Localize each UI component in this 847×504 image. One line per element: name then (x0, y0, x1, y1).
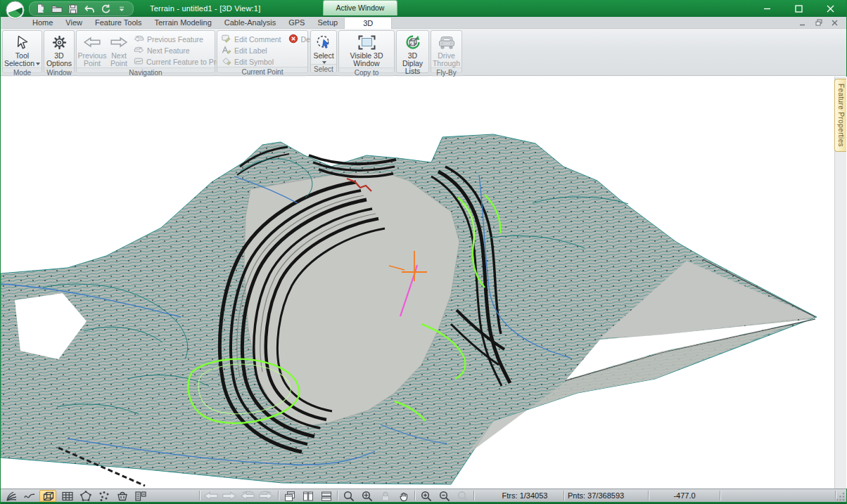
cascade-windows-button[interactable] (281, 490, 298, 502)
quick-access-toolbar (29, 1, 134, 16)
group-current-point: Edit Comment Delete Edit Label Edit Sy (217, 30, 308, 73)
point-cloud-button[interactable] (96, 490, 113, 502)
customize-caret-icon[interactable] (116, 4, 127, 15)
big-arrow-right-icon (110, 33, 128, 51)
feature-properties-tab[interactable]: Feature Properties (834, 79, 846, 152)
terrain-3d-render (1, 77, 847, 489)
next-point-nav-button[interactable] (221, 490, 238, 502)
tab-gps[interactable]: GPS (282, 17, 311, 29)
lock-icon[interactable] (377, 490, 394, 502)
previous-point-button[interactable]: Previous Point (79, 32, 106, 67)
statusbar-separator (473, 491, 475, 500)
display-panels-button[interactable] (132, 490, 149, 502)
group-label-window: Window (44, 67, 74, 77)
gear-icon (51, 33, 68, 51)
window-title: Terrain - untitled1 - [3D View:1] (150, 0, 260, 17)
profile-icon (134, 57, 144, 67)
app-logo-icon[interactable] (6, 1, 25, 20)
group-navigation: Previous Point Next Point Previous Featu… (76, 30, 215, 73)
tile-vertical-button[interactable] (300, 490, 317, 502)
tab-home[interactable]: Home (26, 17, 59, 29)
polygon-select-button[interactable] (77, 490, 94, 502)
ribbon: Tool Selection Mode 3D Options Window Pr… (1, 29, 846, 76)
child-minimize-button[interactable] (796, 18, 808, 27)
profile-wave-button[interactable] (21, 490, 38, 502)
tab-terrain-modeling[interactable]: Terrain Modeling (148, 17, 217, 29)
statusbar-separator (414, 491, 416, 500)
drive-through-button[interactable]: Drive Through (431, 32, 461, 67)
next-feature-nav-button[interactable] (257, 490, 274, 502)
select-button[interactable]: Select (311, 32, 336, 64)
delete-icon (288, 34, 298, 45)
previous-feature-button[interactable]: Previous Feature (134, 34, 229, 44)
elevation-readout: -477.0 (649, 489, 720, 502)
edit-comment-button[interactable]: Edit Comment (221, 34, 281, 44)
zoom-in-button[interactable] (418, 490, 435, 502)
next-feature-icon (134, 46, 144, 56)
3d-viewport[interactable] (1, 77, 847, 489)
capture-window-icon (357, 33, 376, 51)
3d-options-button[interactable]: 3D Options (44, 32, 74, 67)
app-window: Terrain - untitled1 - [3D View:1] Active… (0, 0, 847, 504)
status-bar: Ftrs: 1/34053 Pnts: 37/368593 -477.0 (1, 489, 846, 502)
basket-button[interactable] (114, 490, 131, 502)
tool-selection-button[interactable]: Tool Selection (4, 32, 41, 67)
tile-horizontal-button[interactable] (318, 490, 335, 502)
statusbar-separator (720, 491, 721, 500)
new-file-icon[interactable] (35, 4, 46, 15)
display-lists-refresh-icon (405, 33, 421, 51)
group-label-current-point: Current Point (217, 67, 307, 77)
close-button[interactable] (815, 0, 846, 17)
group-select: Select Select (310, 30, 337, 73)
visible-3d-window-button[interactable]: Visible 3D Window (342, 32, 391, 67)
previous-feature-nav-button[interactable] (239, 490, 256, 502)
statusbar-separator (563, 491, 565, 500)
cursor-arrow-icon (15, 33, 30, 51)
drive-through-label: Drive Through (431, 52, 461, 67)
zoom-extents-button[interactable] (359, 490, 376, 502)
edit-symbol-button[interactable]: Edit Symbol (221, 57, 322, 67)
next-point-label: Next Point (107, 52, 131, 67)
group-fly-by: Drive Through Fly-By (431, 30, 462, 73)
edit-symbol-icon (221, 56, 231, 67)
minimize-button[interactable] (751, 0, 783, 17)
pan-hand-button[interactable] (395, 490, 412, 502)
group-mode: Tool Selection Mode (2, 30, 42, 73)
next-feature-button[interactable]: Next Feature (134, 46, 229, 56)
statusbar-separator (337, 491, 338, 500)
zoom-out-button[interactable] (436, 490, 453, 502)
zoom-previous-button[interactable] (454, 490, 471, 502)
child-restore-button[interactable] (813, 18, 824, 27)
tab-3d[interactable]: 3D (344, 17, 392, 29)
tab-cable-analysis[interactable]: Cable-Analysis (218, 17, 282, 29)
feature-properties-tab-label: Feature Properties (837, 84, 845, 147)
maximize-button[interactable] (783, 0, 815, 17)
next-point-button[interactable]: Next Point (107, 32, 131, 67)
group-label-fly-by: Fly-By (431, 67, 461, 77)
3d-options-label: 3D Options (44, 52, 74, 67)
current-feature-to-profile-button[interactable]: Current Feature to Profile (134, 57, 229, 67)
select-lasso-cursor-icon (316, 33, 332, 51)
edit-label-button[interactable]: Edit Label (221, 46, 322, 56)
3d-display-lists-button[interactable]: 3D Diplay Lists (397, 32, 428, 75)
tab-view[interactable]: View (59, 17, 89, 29)
tab-setup[interactable]: Setup (311, 17, 344, 29)
child-close-button[interactable] (829, 18, 841, 27)
group-label-navigation: Navigation (77, 67, 215, 77)
open-folder-icon[interactable] (51, 4, 63, 15)
redo-icon[interactable] (100, 4, 111, 15)
zoom-select-button[interactable] (340, 490, 357, 502)
edit-symbol-label: Edit Symbol (234, 58, 274, 66)
previous-feature-label: Previous Feature (147, 35, 203, 44)
grid-table-button[interactable] (59, 490, 76, 502)
contour-fan-button[interactable] (3, 490, 20, 502)
save-icon[interactable] (68, 4, 79, 15)
3d-view-button[interactable] (39, 490, 56, 502)
previous-point-nav-button[interactable] (203, 490, 219, 502)
points-count: Pnts: 37/368593 (568, 489, 645, 502)
group-label-copy: Copy to Clipboard (339, 67, 394, 77)
undo-icon[interactable] (84, 4, 95, 15)
visible-3d-window-label: Visible 3D Window (342, 52, 391, 67)
tab-feature-tools[interactable]: Feature Tools (89, 17, 148, 29)
ribbon-tabs: Home View Feature Tools Terrain Modeling… (26, 17, 392, 29)
